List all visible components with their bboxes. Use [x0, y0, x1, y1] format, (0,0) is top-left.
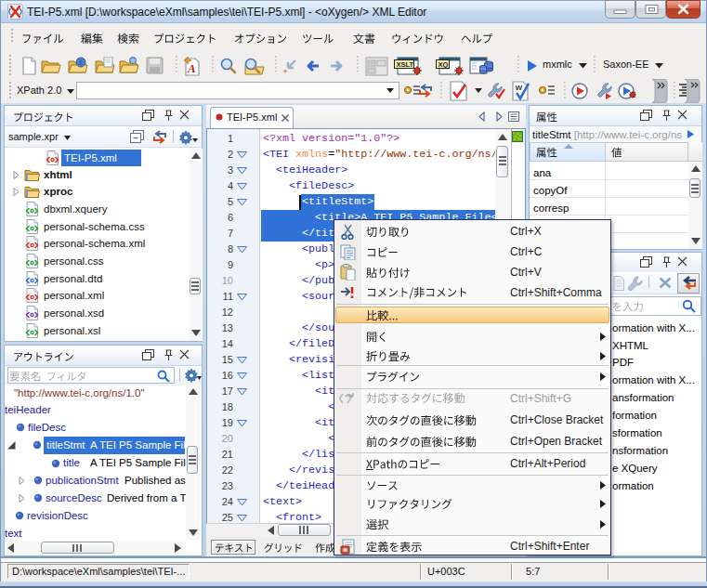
svg-text:W: W [516, 84, 523, 92]
svg-text:XQ: XQ [439, 60, 449, 69]
svg-text:XSLT: XSLT [397, 60, 414, 69]
